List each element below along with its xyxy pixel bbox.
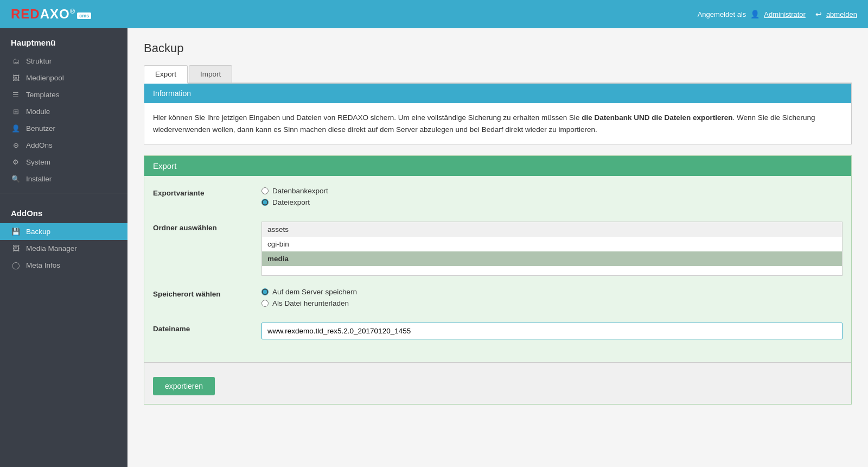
templates-icon: ☰ — [11, 91, 21, 99]
tab-export[interactable]: Export — [144, 65, 188, 84]
export-section-header: Export — [144, 156, 851, 176]
sidebar-label-medienpool: Medienpool — [26, 74, 64, 82]
logout-icon: ↩ — [815, 10, 822, 18]
ordner-label: Ordner auswählen — [153, 222, 261, 232]
admin-label[interactable]: Administrator — [764, 10, 806, 18]
logo: REDAXO® cms — [11, 7, 91, 22]
info-box-body: Hier können Sie Ihre jetzigen Eingaben u… — [144, 103, 851, 144]
export-section-body: Exportvariante Datenbankexport Dateiexpo… — [144, 176, 851, 362]
folder-item-assets[interactable]: assets — [262, 222, 842, 237]
logout-button[interactable]: abmelden — [826, 10, 857, 18]
dateiname-input[interactable] — [261, 323, 843, 339]
addons-icon: ⊕ — [11, 141, 21, 149]
radio-dateiexport-label[interactable]: Dateiexport — [261, 198, 843, 206]
folder-item-media[interactable]: media — [262, 251, 842, 266]
system-icon: ⚙ — [11, 158, 21, 166]
logo-red: RED — [11, 7, 40, 21]
sidebar-label-struktur: Struktur — [26, 57, 52, 65]
sidebar-item-meta-infos[interactable]: ◯ Meta Infos — [0, 257, 127, 274]
info-text-part1: Hier können Sie Ihre jetzigen Eingaben u… — [153, 113, 582, 122]
logo-reg: ® — [70, 7, 76, 15]
sidebar-item-installer[interactable]: 🔍 Installer — [0, 171, 127, 187]
sidebar-item-backup[interactable]: 💾 Backup — [0, 223, 127, 240]
angemeldet-label: Angemeldet als — [698, 10, 746, 18]
module-icon: ⊞ — [11, 108, 21, 116]
meta-infos-icon: ◯ — [11, 261, 21, 269]
radio-dateiexport[interactable] — [261, 199, 269, 206]
speicherort-control: Auf dem Server speichern Als Datei herun… — [261, 288, 843, 311]
radio-download-label[interactable]: Als Datei herunterladen — [261, 299, 843, 307]
radio-dateiexport-text: Dateiexport — [272, 198, 310, 206]
exportvariante-label: Exportvariante — [153, 187, 261, 197]
folder-item-cgi-bin[interactable]: cgi-bin — [262, 237, 842, 251]
radio-datenbankexport[interactable] — [261, 187, 269, 194]
sidebar-item-medienpool[interactable]: 🖼 Medienpool — [0, 70, 127, 86]
sidebar-label-backup: Backup — [26, 228, 50, 236]
tabs: Export Import — [144, 65, 852, 84]
speicherort-label: Speicherort wählen — [153, 288, 261, 298]
dateiname-control — [261, 323, 843, 339]
sidebar-item-templates[interactable]: ☰ Templates — [0, 86, 127, 103]
sidebar-label-addons: AddOns — [26, 141, 53, 149]
sidebar-label-meta-infos: Meta Infos — [26, 261, 60, 269]
export-footer: exportieren — [144, 362, 851, 404]
sidebar-label-installer: Installer — [26, 175, 52, 183]
sidebar-item-addons[interactable]: ⊕ AddOns — [0, 137, 127, 154]
sidebar-label-media-manager: Media Manager — [26, 244, 77, 253]
sidebar-label-templates: Templates — [26, 91, 60, 99]
struktur-icon: 🗂 — [11, 57, 21, 65]
admin-icon: 👤 — [750, 10, 760, 18]
sidebar-item-struktur[interactable]: 🗂 Struktur — [0, 53, 127, 70]
installer-icon: 🔍 — [11, 175, 21, 183]
ordner-control: assets cgi-bin media — [261, 222, 843, 276]
radio-download-text: Als Datei herunterladen — [272, 299, 349, 307]
form-row-ordner: Ordner auswählen assets cgi-bin media — [153, 222, 843, 276]
radio-datenbankexport-label[interactable]: Datenbankexport — [261, 187, 843, 195]
sidebar-divider — [0, 193, 127, 193]
sidebar: Hauptmenü 🗂 Struktur 🖼 Medienpool ☰ Temp… — [0, 28, 127, 467]
benutzer-icon: 👤 — [11, 124, 21, 132]
export-section: Export Exportvariante Datenbankexport Da… — [144, 155, 852, 405]
info-box-header: Information — [144, 84, 851, 103]
dateiname-label: Dateiname — [153, 323, 261, 333]
main-content: Backup Export Import Information Hier kö… — [127, 28, 868, 467]
form-row-dateiname: Dateiname — [153, 323, 843, 339]
exportvariante-control: Datenbankexport Dateiexport — [261, 187, 843, 210]
tab-import[interactable]: Import — [189, 65, 232, 83]
medienpool-icon: 🖼 — [11, 74, 21, 82]
layout: Hauptmenü 🗂 Struktur 🖼 Medienpool ☰ Temp… — [0, 28, 868, 467]
info-box: Information Hier können Sie Ihre jetzige… — [144, 84, 852, 144]
info-text-bold: die Datenbank UND die Dateien exportiere… — [582, 113, 732, 122]
sidebar-item-media-manager[interactable]: 🖼 Media Manager — [0, 240, 127, 257]
radio-server-label[interactable]: Auf dem Server speichern — [261, 288, 843, 296]
sidebar-addons-title: AddOns — [0, 199, 127, 223]
sidebar-item-system[interactable]: ⚙ System — [0, 154, 127, 171]
header: REDAXO® cms Angemeldet als 👤 Administrat… — [0, 0, 868, 28]
header-right: Angemeldet als 👤 Administrator ↩ abmelde… — [698, 10, 857, 18]
sidebar-item-benutzer[interactable]: 👤 Benutzer — [0, 120, 127, 137]
exportieren-button[interactable]: exportieren — [153, 377, 215, 395]
sidebar-label-benutzer: Benutzer — [26, 124, 55, 132]
sidebar-label-system: System — [26, 158, 50, 166]
sidebar-item-module[interactable]: ⊞ Module — [0, 103, 127, 120]
media-manager-icon: 🖼 — [11, 244, 21, 253]
folder-list[interactable]: assets cgi-bin media — [261, 222, 843, 276]
logo-axo: AXO — [40, 7, 70, 21]
radio-server-text: Auf dem Server speichern — [272, 288, 357, 296]
logo-cms: cms — [77, 12, 91, 19]
form-row-speicherort: Speicherort wählen Auf dem Server speich… — [153, 288, 843, 311]
page-title: Backup — [144, 41, 852, 55]
sidebar-label-module: Module — [26, 108, 50, 116]
radio-datenbankexport-text: Datenbankexport — [272, 187, 328, 195]
sidebar-main-title: Hauptmenü — [0, 28, 127, 53]
radio-server[interactable] — [261, 288, 269, 295]
form-row-exportvariante: Exportvariante Datenbankexport Dateiexpo… — [153, 187, 843, 210]
radio-download[interactable] — [261, 300, 269, 307]
backup-icon: 💾 — [11, 228, 21, 236]
